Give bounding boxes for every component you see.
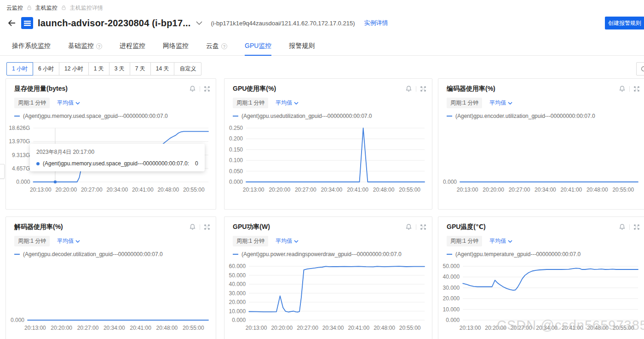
chart-card-gpu-temperature: GPU温度(℃) 周期:1 分钟 平均值 (Agent)gpu.temperat… xyxy=(438,216,644,339)
chart-legend: (Agent)gpu.decoder.utilization_gpuid---0… xyxy=(14,251,163,257)
breadcrumb-separator-icon xyxy=(62,5,66,12)
svg-text:20:41:00: 20:41:00 xyxy=(132,187,154,193)
fullscreen-expand-icon[interactable] xyxy=(204,86,210,92)
tab-alarm-rules[interactable]: 报警规则 xyxy=(289,42,315,55)
icon-divider xyxy=(200,224,200,230)
svg-text:20:41:00: 20:41:00 xyxy=(348,325,369,331)
alarm-bell-icon[interactable] xyxy=(405,85,412,92)
svg-text:0.050: 0.050 xyxy=(229,168,243,175)
svg-text:20:55:00: 20:55:00 xyxy=(612,187,634,193)
icon-divider xyxy=(200,86,200,92)
fullscreen-expand-icon[interactable] xyxy=(633,224,640,230)
svg-text:20:13:00: 20:13:00 xyxy=(457,187,478,193)
tooltip-series-label: (Agent)gpu.memory.used.space_gpuid---000… xyxy=(43,160,189,167)
line-chart-decoder-utilization[interactable]: 0.00020:13:0020:20:0020:27:0020:34:0020:… xyxy=(8,261,213,333)
chart-card-gpu-utilization: GPU使用率(%) 周期:1 分钟 平均值 (Agent)gpu.useduti… xyxy=(224,78,432,210)
tooltip-time: 2023年8月4日 20:17:00 xyxy=(36,148,198,156)
svg-text:50.000: 50.000 xyxy=(229,272,246,279)
back-arrow-icon[interactable] xyxy=(7,19,17,27)
alarm-bell-icon[interactable] xyxy=(189,223,196,230)
svg-text:20:27:00: 20:27:00 xyxy=(509,187,530,193)
svg-text:20:34:00: 20:34:00 xyxy=(104,325,125,331)
svg-text:0.200: 0.200 xyxy=(229,135,243,142)
ecs-instance-icon xyxy=(21,17,33,29)
create-alarm-rule-button[interactable]: 创建报警规则 xyxy=(605,17,644,29)
svg-text:20:13:00: 20:13:00 xyxy=(243,187,264,193)
title-chevron-down-icon[interactable] xyxy=(196,21,202,25)
tab-os-monitor[interactable]: 操作系统监控 xyxy=(12,42,51,55)
fullscreen-expand-icon[interactable] xyxy=(420,224,426,230)
svg-text:10.000: 10.000 xyxy=(443,306,460,313)
alarm-bell-icon[interactable] xyxy=(619,85,626,92)
help-icon[interactable]: ? xyxy=(221,43,227,49)
time-range-6h[interactable]: 6 小时 xyxy=(33,62,59,76)
aggregation-dropdown[interactable]: 平均值 xyxy=(489,99,512,107)
period-badge: 周期:1 分钟 xyxy=(233,98,268,108)
tab-network-monitor[interactable]: 网络监控 xyxy=(163,42,189,55)
aggregation-dropdown[interactable]: 平均值 xyxy=(57,237,80,245)
line-chart-gpu-temperature[interactable]: 50.00040.00030.00020.00010.0000.00020:13… xyxy=(440,261,643,333)
svg-text:20:48:00: 20:48:00 xyxy=(373,187,395,193)
time-range-1h[interactable]: 1 小时 xyxy=(6,62,33,76)
alarm-bell-icon[interactable] xyxy=(619,223,626,230)
line-chart-gpu-power[interactable]: 60.00050.00040.00030.00020.00010.0000.00… xyxy=(226,261,429,333)
svg-text:0.000: 0.000 xyxy=(232,317,246,323)
tab-basic-monitor[interactable]: 基础监控? xyxy=(68,42,102,55)
svg-text:20:48:00: 20:48:00 xyxy=(156,325,178,331)
alarm-bell-icon[interactable] xyxy=(405,223,412,230)
svg-text:20:48:00: 20:48:00 xyxy=(587,325,609,331)
time-range-12h[interactable]: 12 小时 xyxy=(59,62,89,76)
help-icon[interactable]: ? xyxy=(96,43,102,49)
breadcrumb-cloud-monitor[interactable]: 云监控 xyxy=(6,4,23,12)
svg-text:20:55:00: 20:55:00 xyxy=(183,325,204,331)
fullscreen-expand-icon[interactable] xyxy=(633,86,640,92)
legend-marker xyxy=(14,116,20,117)
tab-disk-monitor[interactable]: 云盘? xyxy=(206,42,227,55)
svg-text:30.000: 30.000 xyxy=(229,290,246,297)
svg-text:9.313G: 9.313G xyxy=(12,152,30,158)
svg-text:20:20:00: 20:20:00 xyxy=(483,187,504,193)
time-range-custom[interactable]: 自定义 xyxy=(174,62,201,76)
legend-marker xyxy=(233,254,238,255)
tab-gpu-monitor[interactable]: GPU监控 xyxy=(245,42,271,55)
aggregation-dropdown[interactable]: 平均值 xyxy=(276,99,299,107)
svg-text:20:48:00: 20:48:00 xyxy=(374,325,395,331)
time-range-group: 1 小时 6 小时 12 小时 1 天 3 天 7 天 14 天 自定义 xyxy=(6,62,201,76)
time-range-3d[interactable]: 3 天 xyxy=(109,62,130,76)
aggregation-dropdown[interactable]: 平均值 xyxy=(276,237,299,245)
chart-legend: (Agent)gpu.memory.used.space_gpuid---000… xyxy=(14,113,168,119)
page-title: launch-advisor-20230804 (i-bp17... xyxy=(38,18,190,29)
aggregation-dropdown[interactable]: 平均值 xyxy=(489,237,512,245)
time-range-14d[interactable]: 14 天 xyxy=(150,62,175,76)
tab-process-monitor[interactable]: 进程监控 xyxy=(120,42,145,55)
line-chart-encoder-utilization[interactable]: 0.00020:13:0020:20:0020:27:0020:34:0020:… xyxy=(440,123,643,195)
svg-text:20:55:00: 20:55:00 xyxy=(183,187,205,193)
breadcrumb: 云监控 主机监控 主机监控详情 xyxy=(6,4,103,12)
chart-title: GPU功率(W) xyxy=(233,223,270,231)
breadcrumb-host-monitor[interactable]: 主机监控 xyxy=(35,4,58,12)
fullscreen-expand-icon[interactable] xyxy=(420,86,426,92)
svg-text:20:34:00: 20:34:00 xyxy=(321,187,343,193)
svg-text:20:48:00: 20:48:00 xyxy=(586,187,608,193)
instance-detail-link[interactable]: 实例详情 xyxy=(364,19,388,27)
chart-legend: (Agent)gpu.temperature_gpuid---00000000:… xyxy=(447,251,581,257)
alarm-bell-icon[interactable] xyxy=(189,85,196,92)
line-chart-gpu-utilization[interactable]: 0.2500.2000.1500.1000.0500.00020:13:0020… xyxy=(226,123,429,195)
svg-text:40.000: 40.000 xyxy=(443,274,460,280)
svg-text:20:27:00: 20:27:00 xyxy=(295,187,316,193)
refresh-button[interactable] xyxy=(636,62,644,76)
side-panel-handle[interactable] xyxy=(0,164,5,179)
period-badge: 周期:1 分钟 xyxy=(14,98,50,108)
svg-text:20:20:00: 20:20:00 xyxy=(55,187,77,193)
svg-text:60.000: 60.000 xyxy=(229,263,246,269)
fullscreen-expand-icon[interactable] xyxy=(204,224,210,230)
legend-marker xyxy=(233,116,238,117)
svg-text:0.000: 0.000 xyxy=(443,179,457,185)
breadcrumb-host-monitor-detail: 主机监控详情 xyxy=(70,4,103,12)
time-range-1d[interactable]: 1 天 xyxy=(88,62,109,76)
aggregation-dropdown[interactable]: 平均值 xyxy=(57,99,80,107)
svg-text:20:13:00: 20:13:00 xyxy=(24,325,46,331)
svg-text:20:20:00: 20:20:00 xyxy=(269,187,290,193)
time-range-7d[interactable]: 7 天 xyxy=(130,62,151,76)
chart-title: GPU使用率(%) xyxy=(233,85,276,93)
